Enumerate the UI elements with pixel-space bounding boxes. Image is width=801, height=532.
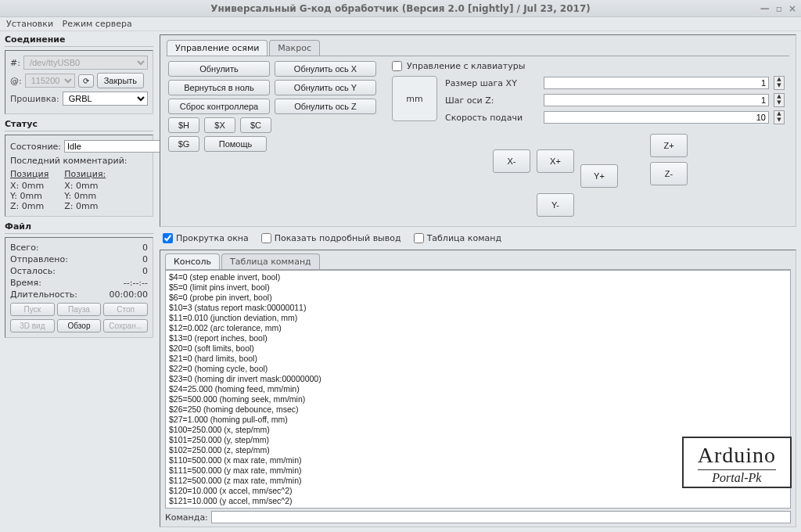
save-button[interactable]: Сохран... — [103, 319, 148, 332]
unit-toggle[interactable]: mm — [392, 76, 437, 121]
reset-button[interactable]: Обнулить — [168, 61, 270, 77]
jog-z-minus[interactable]: Z- — [650, 162, 688, 185]
tab-cmdtable[interactable]: Таблица комманд — [221, 253, 320, 269]
start-button[interactable]: Пуск — [10, 303, 55, 316]
close-icon[interactable]: × — [788, 3, 796, 14]
jog-y-minus[interactable]: Y- — [537, 193, 574, 217]
step-z-input[interactable] — [544, 94, 769, 106]
baud-select[interactable]: 115200 — [25, 74, 75, 88]
minimize-icon[interactable]: — — [760, 3, 770, 14]
command-label: Команда: — [165, 512, 208, 523]
pos-b-z: Z: 0mm — [64, 201, 106, 211]
verbose-checkbox[interactable] — [261, 233, 271, 243]
zero-x-button[interactable]: Обнулить ось X — [275, 61, 376, 77]
file-dur-value: 00:00:00 — [110, 289, 148, 300]
port-label: #: — [10, 58, 20, 68]
scroll-checkbox[interactable] — [163, 233, 173, 243]
browse-button[interactable]: Обзор — [57, 319, 102, 332]
cmdtable-label: Таблица команд — [427, 233, 501, 243]
file-remain-label: Осталось: — [10, 266, 56, 276]
console-line: $27=1.000 (homing pull-off, mm) — [169, 415, 787, 425]
pos-b-x: X: 0mm — [64, 181, 106, 191]
refresh-icon[interactable] — [78, 74, 94, 88]
console-line: $13=0 (report inches, bool) — [169, 333, 787, 343]
tab-console[interactable]: Консоль — [165, 253, 220, 269]
console-line: $21=0 (hard limits, bool) — [169, 354, 787, 364]
file-title: Файл — [5, 221, 153, 234]
jog-x-minus[interactable]: X- — [493, 149, 530, 173]
zero-z-button[interactable]: Обнулить ось Z — [275, 99, 376, 114]
menu-settings[interactable]: Установки — [6, 19, 53, 29]
scroll-label: Прокрутка окна — [176, 233, 249, 243]
file-sent-value: 0 — [142, 254, 148, 264]
feed-spinner[interactable]: ▲▼ — [774, 110, 785, 124]
last-comment-label: Последний комментарий: — [10, 156, 148, 166]
keyboard-control-label: Управление с клавиатуры — [407, 61, 525, 71]
pos-b-header: Позиция: — [64, 169, 106, 179]
jog-z-plus[interactable]: Z+ — [650, 134, 688, 157]
menu-server-mode[interactable]: Режим сервера — [63, 19, 132, 29]
keyboard-control-checkbox[interactable] — [392, 61, 402, 71]
help-button[interactable]: Помощь — [204, 136, 267, 152]
file-sent-label: Отправлено: — [10, 254, 68, 264]
window-controls: — ▫ × — [760, 3, 796, 14]
pos-a-z: Z: 0mm — [10, 201, 48, 211]
step-xy-label: Размер шага XY — [445, 78, 539, 88]
pause-button[interactable]: Пауза — [57, 303, 102, 316]
maximize-icon[interactable]: ▫ — [776, 3, 782, 14]
connection-panel: Соединение #: /dev/ttyUSB0 @: 115200 Зак… — [5, 34, 153, 114]
console-line: $5=0 (limit pins invert, bool) — [169, 282, 787, 293]
window-title: Универсальный G-код обработчик (Версия 2… — [210, 3, 591, 14]
step-z-spinner[interactable]: ▲▼ — [774, 93, 785, 107]
watermark: Arduino Portal-Pk — [682, 437, 792, 488]
port-select[interactable]: /dev/ttyUSB0 — [23, 56, 148, 70]
reset-controller-button[interactable]: Сброс контроллера — [168, 99, 270, 114]
step-xy-spinner[interactable]: ▲▼ — [774, 76, 785, 90]
step-xy-input[interactable] — [544, 77, 769, 89]
console-line: $26=250 (homing debounce, msec) — [169, 404, 787, 415]
return-zero-button[interactable]: Вернуться в ноль — [168, 80, 270, 95]
console-line: $122=10.000 (z accel, mm/sec^2) — [169, 506, 787, 509]
firmware-select[interactable]: GRBL — [63, 92, 148, 106]
console-line: $10=3 (status report mask:00000011) — [169, 303, 787, 313]
view3d-button[interactable]: 3D вид — [10, 319, 55, 332]
pos-b-y: Y: 0mm — [64, 191, 106, 201]
pos-a-x: X: 0mm — [10, 181, 48, 191]
connection-title: Соединение — [5, 34, 153, 47]
menu-bar: Установки Режим сервера — [0, 17, 801, 31]
jog-y-plus[interactable]: Y+ — [580, 164, 618, 188]
verbose-label: Показать подробный вывод — [275, 233, 401, 243]
console-line: $4=0 (step enable invert, bool) — [169, 272, 787, 282]
feed-input[interactable] — [544, 111, 769, 124]
pos-a-header: Позиция — [10, 169, 48, 179]
sg-button[interactable]: $G — [168, 136, 199, 152]
file-time-value: --:--:-- — [124, 278, 148, 288]
jog-x-plus[interactable]: X+ — [537, 149, 574, 173]
baud-label: @: — [10, 76, 22, 86]
tab-axes[interactable]: Управление осями — [167, 40, 268, 56]
file-total-label: Всего: — [10, 243, 39, 253]
console-line: $121=10.000 (y accel, mm/sec^2) — [169, 496, 787, 506]
tab-macros[interactable]: Макрос — [269, 40, 320, 56]
console-line: $6=0 (probe pin invert, bool) — [169, 293, 787, 303]
pos-a-y: Y: 0mm — [10, 191, 48, 201]
command-input[interactable] — [211, 511, 791, 523]
console-line: $11=0.010 (junction deviation, mm) — [169, 313, 787, 323]
zero-y-button[interactable]: Обнулить ось Y — [275, 80, 376, 95]
stop-button[interactable]: Стоп — [103, 303, 148, 316]
console-line: $20=0 (soft limits, bool) — [169, 343, 787, 354]
feed-label: Скорость подачи — [445, 113, 539, 123]
cmdtable-checkbox[interactable] — [414, 233, 424, 243]
console-line: $100=250.000 (x, step/mm) — [169, 425, 787, 435]
firmware-label: Прошивка: — [10, 94, 59, 104]
status-panel: Статус Состояние: Последний комментарий:… — [5, 119, 153, 217]
sc-button[interactable]: $C — [240, 117, 271, 133]
sh-button[interactable]: $H — [168, 117, 199, 133]
view-options: Прокрутка окна Показать подробный вывод … — [160, 232, 796, 245]
sx-button[interactable]: $X — [204, 117, 235, 133]
close-connection-button[interactable]: Закрыть — [97, 73, 144, 88]
console-line: $24=25.000 (homing feed, mm/min) — [169, 384, 787, 394]
title-bar: Универсальный G-код обработчик (Версия 2… — [0, 0, 801, 17]
file-time-label: Время: — [10, 278, 41, 288]
console-line: $25=500.000 (homing seek, mm/min) — [169, 394, 787, 404]
